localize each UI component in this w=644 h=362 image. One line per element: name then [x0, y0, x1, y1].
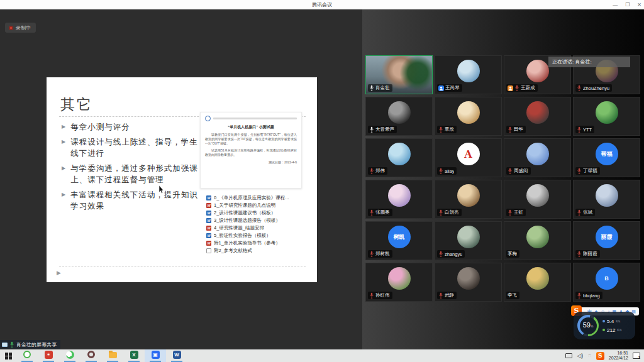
participant-tile[interactable]: 王虹: [504, 180, 571, 219]
participant-tile[interactable]: 肖金壮: [365, 55, 433, 94]
start-button[interactable]: [0, 349, 16, 362]
avatar: [596, 184, 618, 207]
participant-name-bar: 肖金壮: [368, 84, 392, 92]
avatar: 帮福: [596, 143, 618, 165]
participant-tile[interactable]: 武静: [435, 263, 502, 302]
play-triangle-icon: ▶: [57, 270, 61, 276]
share-label-text: 肖金壮的屏幕共享: [16, 341, 57, 348]
file-list-item: W2_设计性课题建议书（模板）: [206, 209, 317, 217]
participant-name: YTT: [583, 127, 592, 133]
tray-monitor-icon[interactable]: [565, 353, 572, 358]
participant-tile[interactable]: 周盛闵: [504, 138, 571, 177]
participant-tile[interactable]: 白朝亮: [435, 180, 502, 219]
taskbar-clock[interactable]: 16:51 2022/4/12: [609, 351, 628, 361]
maximize-button[interactable]: ❐: [625, 0, 630, 9]
window-titlebar: 腾讯会议 — ❐ ✕: [0, 0, 644, 9]
browser-360-icon: [23, 351, 31, 358]
mic-icon: [438, 292, 443, 299]
file-label: 附2_参考文献格式: [214, 248, 252, 254]
mic-icon: [508, 168, 513, 174]
participant-tile[interactable]: 孙红伟: [365, 263, 433, 302]
file-list-item: W4_研究性课题_结题安排: [206, 224, 317, 232]
file-explorer-taskbar-button[interactable]: [102, 349, 123, 362]
notification-icon[interactable]: 1: [633, 353, 640, 359]
red-app-taskbar-button[interactable]: ✶: [38, 349, 59, 362]
participant-name: 王尚琴: [445, 85, 460, 91]
participant-tile[interactable]: 丽霞陈丽霞: [573, 221, 640, 260]
participant-name-bar: 覃欣: [437, 126, 457, 133]
participant-tile[interactable]: Bbbqiang: [573, 263, 640, 302]
dark-app-taskbar-button[interactable]: [80, 349, 102, 362]
slide-bullet: ▶丰富课程相关线下活动，提升知识学习效果: [62, 189, 200, 212]
word-taskbar-button[interactable]: W: [166, 349, 187, 362]
file-label: 4_研究性课题_结题安排: [214, 225, 264, 231]
avatar: [526, 226, 549, 248]
system-tray: ◁) ⁙ S 16:51 2022/4/12 1: [565, 349, 644, 362]
windows-taskbar: ✶X▣W ◁) ⁙ S 16:51 2022/4/12 1: [0, 349, 644, 362]
participant-tile[interactable]: Aallay: [435, 138, 502, 177]
excel-taskbar-button[interactable]: X: [123, 349, 145, 362]
network-speed-gauge[interactable]: 59 % 5.4 K/s 212 K/s: [574, 312, 635, 339]
wechat-taskbar-button[interactable]: [59, 349, 80, 362]
participant-tile[interactable]: YTT: [573, 97, 640, 136]
avatar: B: [596, 267, 618, 290]
bullet-text: 与学委沟通，通过多种形式加强课上、课下过程监督与管理: [70, 163, 200, 185]
participant-name-bar: 大音希声: [368, 126, 397, 133]
participant-tile[interactable]: 李梅: [504, 221, 571, 260]
avatar: [457, 60, 480, 82]
usage-percent: 59: [583, 322, 591, 329]
participant-tile[interactable]: 帮福丁帮福: [573, 138, 640, 177]
close-button[interactable]: ✕: [637, 0, 641, 9]
recording-label: 录制中: [16, 25, 31, 31]
tencent-meeting-taskbar-button[interactable]: ▣: [145, 349, 166, 362]
tray-speaker-icon[interactable]: ◁): [577, 349, 583, 362]
participant-name-bar: 陈丽霞: [575, 250, 600, 258]
recording-indicator[interactable]: 录制中: [5, 23, 36, 33]
bullet-text: 课程设计与线上陈述、指导，学生线下进行: [70, 136, 200, 159]
participant-name: 陈丽霞: [583, 251, 597, 257]
participant-tile[interactable]: 王尚琴: [435, 55, 502, 94]
participant-name: 覃欣: [445, 126, 454, 133]
mic-icon: [369, 292, 374, 299]
screen-share-status-bar[interactable]: 肖金壮的屏幕共享: [0, 340, 60, 349]
participant-tile[interactable]: 大音希声: [365, 97, 433, 136]
avatar: [388, 143, 411, 165]
participant-tile[interactable]: 树凯郑树凯: [365, 221, 433, 260]
upload-speed-unit: K/s: [616, 319, 620, 323]
participant-tile[interactable]: 李飞: [504, 263, 571, 302]
participant-name: 丁帮福: [583, 168, 597, 174]
participant-tile[interactable]: 覃欣: [435, 97, 502, 136]
shared-slide: 其它 ▶每章小测与评分▶课程设计与线上陈述、指导，学生线下进行▶与学委沟通，通过…: [47, 77, 317, 282]
participant-tile[interactable]: zhangyu: [435, 221, 502, 260]
speaking-tooltip: 正在讲话: 肖金壮:: [548, 57, 630, 67]
slide-title: 其它: [60, 95, 93, 114]
tray-sogou-icon[interactable]: S: [596, 352, 604, 360]
red-app-icon: ✶: [45, 351, 53, 359]
slide-bullet: ▶课程设计与线上陈述、指导，学生线下进行: [62, 136, 200, 159]
file-label: 1_关于研究性课题的几点说明: [214, 202, 275, 209]
doc-paragraph: 试选用51单片机设计应用电路并编程，实现通过2位数码管对教室内同学数量显示。: [205, 148, 297, 157]
participant-name-bar: 李梅: [506, 250, 519, 258]
participant-name: 田华: [514, 126, 523, 133]
avatar: A: [457, 143, 480, 165]
file-list-item: W1_关于研究性课题的几点说明: [206, 202, 317, 209]
browser-360-taskbar-button[interactable]: [16, 349, 38, 362]
mic-icon: [508, 126, 513, 133]
participant-name-bar: 张鹏奥: [368, 209, 392, 216]
bullet-triangle-icon: ▶: [62, 163, 66, 185]
mic-icon: [369, 168, 374, 174]
participant-name: 李飞: [508, 292, 517, 299]
minimize-button[interactable]: —: [613, 0, 618, 9]
slide-bullet: ▶每章小测与评分: [62, 121, 200, 133]
tencent-meeting-window: 腾讯会议 — ❐ ✕ 录制中 其它 ▶每章小测与评分▶课程设计与线上陈述、指导，…: [0, 0, 644, 362]
doc-title: “单片机人机接口” 小测试题: [205, 124, 297, 130]
file-label: 0_《单片机原理及应用实验》课程...: [214, 195, 289, 201]
tray-network-icon[interactable]: ⁙: [587, 349, 592, 362]
participant-tile[interactable]: 郑伟: [365, 138, 433, 177]
participant-tile[interactable]: 张斌: [573, 180, 640, 219]
participant-tile[interactable]: 田华: [504, 97, 571, 136]
bullet-triangle-icon: ▶: [62, 189, 66, 212]
file-label: 5_验证性实验报告（模板）: [214, 233, 271, 239]
participant-tile[interactable]: 张鹏奥: [365, 180, 433, 219]
mic-icon: [369, 209, 374, 216]
